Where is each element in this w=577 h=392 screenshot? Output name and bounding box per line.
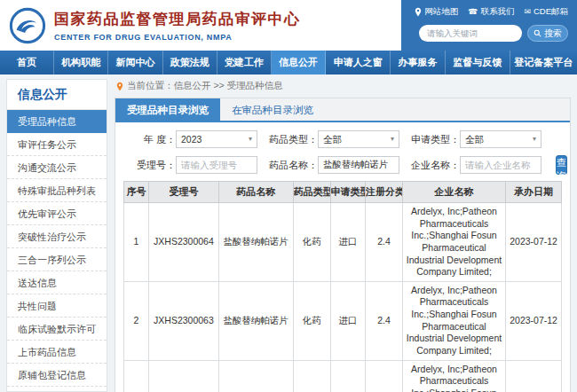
main-area: 当前位置：信息公开 >> 受理品种信息 受理品种目录浏览 在审品种目录浏览 年 … xyxy=(115,79,571,392)
cell-reg-class: 2.4 xyxy=(366,203,403,282)
results-table: 序号 受理号 药品名称 药品类型 申请类型 注册分类 企业名称 承办日期 1 xyxy=(123,181,562,392)
query-button[interactable]: 查询 xyxy=(556,155,567,175)
accept-no-label: 受理号： xyxy=(124,159,176,172)
contact-link-label: 联系我们 xyxy=(480,6,514,18)
nav-item-supervision[interactable]: 监督与反馈 xyxy=(446,51,510,74)
page: 国家药品监督管理局药品审评中心 CENTER FOR DRUG EVALUATI… xyxy=(0,0,577,392)
apply-type-label: 申请类型： xyxy=(408,133,460,146)
tab-accepted-catalog[interactable]: 受理品种目录浏览 xyxy=(115,98,220,121)
cell-date: 2023-07-12 xyxy=(506,360,562,392)
site-title-block: 国家药品监督管理局药品审评中心 CENTER FOR DRUG EVALUATI… xyxy=(54,9,301,42)
sidebar-title: 信息公开 xyxy=(7,80,107,110)
cell-drug-type: 化药 xyxy=(293,203,330,282)
cde-logo-icon xyxy=(9,7,46,44)
cell-drug-name: 盐酸替纳帕诺片 xyxy=(218,360,293,392)
phone-icon: ☎ xyxy=(468,8,478,16)
sidebar-item-excipient-registration[interactable]: 原辅包登记信息 xyxy=(7,364,107,387)
search-input[interactable] xyxy=(419,25,522,42)
cell-accept-no: JXHS2300063 xyxy=(148,281,218,360)
breadcrumb: 当前位置：信息公开 >> 受理品种信息 xyxy=(116,79,571,93)
main-panel: 受理品种目录浏览 在审品种目录浏览 年 度： 2023 ▾ 药 xyxy=(115,98,571,392)
year-select[interactable]: 2023 ▾ xyxy=(176,130,257,148)
sidebar-item-breakthrough-therapy[interactable]: 突破性治疗公示 xyxy=(7,225,107,248)
search-button-label: 搜索 xyxy=(544,27,562,40)
sidebar-item-review-tasks[interactable]: 审评任务公示 xyxy=(7,133,107,156)
nav-item-party[interactable]: 党建工作 xyxy=(217,51,272,74)
sidebar-item-delivery-info[interactable]: 送达信息 xyxy=(7,271,107,294)
nav-item-home[interactable]: 首页 xyxy=(0,51,54,74)
company-label: 企业名称： xyxy=(408,159,460,172)
sidebar-item-three-in-one[interactable]: 三合一序列公示 xyxy=(7,248,107,271)
cell-drug-name: 盐酸替纳帕诺片 xyxy=(218,281,293,360)
site-subtitle: CENTER FOR DRUG EVALUATION, NMPA xyxy=(54,33,301,42)
header-search: 搜索 xyxy=(410,25,568,42)
content: 信息公开 受理品种信息 审评任务公示 沟通交流公示 特殊审批品种列表 优先审评公… xyxy=(0,74,577,392)
breadcrumb-pin-icon xyxy=(116,82,123,91)
cell-apply-type: 进口 xyxy=(330,203,366,282)
cell-reg-class: 2.4 xyxy=(366,360,403,392)
contact-link[interactable]: ☎ 联系我们 xyxy=(468,6,514,18)
sidebar-item-special-approval[interactable]: 特殊审批品种列表 xyxy=(7,179,107,202)
sidebar-item-priority-review[interactable]: 优先审评公示 xyxy=(7,202,107,225)
cell-drug-name: 盐酸替纳帕诺片 xyxy=(218,203,293,282)
col-header-index: 序号 xyxy=(124,182,149,203)
nav-item-applicant-window[interactable]: 申请人之窗 xyxy=(326,51,391,74)
breadcrumb-text: 当前位置：信息公开 >> 受理品种信息 xyxy=(127,80,283,92)
apply-type-select[interactable]: 全部 ▾ xyxy=(460,130,541,148)
nav-item-services[interactable]: 办事服务 xyxy=(391,51,445,74)
mailbox-link-label: CDE邮箱 xyxy=(534,6,568,18)
tab-under-review-catalog[interactable]: 在审品种目录浏览 xyxy=(220,98,325,121)
sidebar-item-clinical-trial-license[interactable]: 临床试验默示许可 xyxy=(7,318,107,341)
location-pin-icon xyxy=(415,7,422,17)
cell-date: 2023-07-12 xyxy=(506,203,562,282)
table-row: 2 JXHS2300063 盐酸替纳帕诺片 化药 进口 2.4 Ardelyx,… xyxy=(124,281,562,360)
header-utility-area: 网站地图 ☎ 联系我们 ✉ CDE邮箱 搜索 xyxy=(401,0,577,51)
col-header-company: 企业名称 xyxy=(402,182,505,203)
cell-reg-class: 2.4 xyxy=(366,281,403,360)
filter-form: 年 度： 2023 ▾ 药品类型： 全部 ▾ xyxy=(115,122,570,181)
nav-item-news[interactable]: 新闻中心 xyxy=(108,51,162,74)
col-header-date: 承办日期 xyxy=(506,182,562,203)
sidebar-item-accepted-varieties[interactable]: 受理品种信息 xyxy=(7,110,107,133)
drug-name-label: 药品名称： xyxy=(266,159,318,172)
cell-company: Ardelyx, Inc;Patheon Pharmaceuticals Inc… xyxy=(402,203,505,282)
sidebar-item-marketed-drugs[interactable]: 上市药品信息 xyxy=(7,341,107,364)
header: 国家药品监督管理局药品审评中心 CENTER FOR DRUG EVALUATI… xyxy=(0,0,577,51)
filter-row-1: 年 度： 2023 ▾ 药品类型： 全部 ▾ xyxy=(124,130,561,148)
chevron-down-icon: ▾ xyxy=(249,131,252,147)
nav-item-registration-platform[interactable]: 登记备案平台 xyxy=(510,51,577,74)
company-input[interactable] xyxy=(460,156,541,174)
quick-links: 网站地图 ☎ 联系我们 ✉ CDE邮箱 xyxy=(410,6,568,18)
nav-item-info-disclosure[interactable]: 信息公开 xyxy=(272,51,326,74)
cell-index: 2 xyxy=(124,281,149,360)
cell-company: Ardelyx, Inc;Patheon Pharmaceuticals Inc… xyxy=(402,360,505,392)
sitemap-link[interactable]: 网站地图 xyxy=(415,6,458,18)
cell-apply-type: 进口 xyxy=(330,281,366,360)
search-button[interactable]: 搜索 xyxy=(527,25,568,42)
col-header-reg-class: 注册分类 xyxy=(366,182,403,203)
nav-item-functions[interactable]: 机构职能 xyxy=(54,51,108,74)
col-header-apply-type: 申请类型 xyxy=(330,182,366,203)
sidebar-item-communication[interactable]: 沟通交流公示 xyxy=(7,156,107,179)
cell-drug-type: 化药 xyxy=(293,281,330,360)
mailbox-link[interactable]: ✉ CDE邮箱 xyxy=(524,6,568,18)
table-row: 1 JXHS2300064 盐酸替纳帕诺片 化药 进口 2.4 Ardelyx,… xyxy=(124,203,562,282)
cell-accept-no: JXHS2300064 xyxy=(148,203,218,282)
table-row: 3 JXHS2300062 盐酸替纳帕诺片 化药 进口 2.4 Ardelyx,… xyxy=(124,360,562,392)
apply-type-select-value: 全部 xyxy=(465,131,484,147)
drug-name-input[interactable] xyxy=(318,156,399,174)
year-label: 年 度： xyxy=(124,133,176,146)
cell-date: 2023-07-12 xyxy=(506,281,562,360)
cell-index: 3 xyxy=(124,360,149,392)
chevron-down-icon: ▾ xyxy=(391,131,394,147)
accept-no-input[interactable] xyxy=(176,156,257,174)
sidebar-item-common-issues[interactable]: 共性问题 xyxy=(7,294,107,318)
cell-accept-no: JXHS2300062 xyxy=(148,360,218,392)
drug-type-select[interactable]: 全部 ▾ xyxy=(318,130,399,148)
nav-item-policy[interactable]: 政策法规 xyxy=(163,51,217,74)
main-nav: 首页 机构职能 新闻中心 政策法规 党建工作 信息公开 申请人之窗 办事服务 监… xyxy=(0,51,577,74)
col-header-accept-no: 受理号 xyxy=(148,182,218,203)
tab-bar: 受理品种目录浏览 在审品种目录浏览 xyxy=(115,98,570,122)
drug-type-select-value: 全部 xyxy=(323,131,342,147)
sidebar-item-drug-catalog[interactable]: 药品目录集信息 xyxy=(7,387,107,392)
